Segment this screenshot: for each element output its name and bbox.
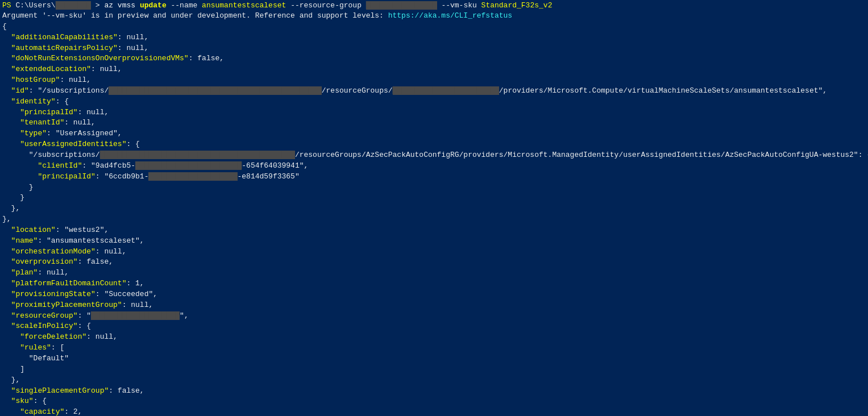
json-line-4: "extendedLocation": null, (0, 64, 868, 75)
json-line-20: "name": "ansumantestscaleset", (0, 236, 868, 247)
json-line-17: }, (0, 203, 868, 214)
json-line-26: "proximityPlacementGroup": null, (0, 300, 868, 311)
cmd-update: update (140, 1, 171, 10)
val-rg-redacted: ████████████████ (366, 1, 437, 10)
json-line-13: "clientId": "9ad4fcb5-██████████████████… (0, 161, 868, 172)
json-line-23: "plan": null, (0, 268, 868, 278)
json-line-3: "doNotRunExtensionsOnOverprovisionedVMs"… (0, 53, 868, 64)
json-line-8: "principalId": null, (0, 107, 868, 118)
flag-rg: --resource-group (290, 1, 366, 10)
json-line-14: "principalId": "6ccdb9b1-███████████████… (0, 172, 868, 182)
json-line-21: "orchestrationMode": null, (0, 247, 868, 257)
json-line-12: "/subscriptions/████████████████████████… (0, 150, 868, 161)
json-line-29: "forceDeletion": null, (0, 332, 868, 343)
flag-name: --name (171, 1, 202, 10)
cmd-az: az (104, 1, 117, 10)
json-line-34: "singlePlacementGroup": false, (0, 386, 868, 397)
json-line-2: "automaticRepairsPolicy": null, (0, 43, 868, 54)
json-line-16: } (0, 193, 868, 203)
json-line-36: "capacity": 2, (0, 407, 868, 416)
path-text: C:\Users\ (15, 1, 55, 10)
json-line-35: "sku": { (0, 396, 868, 407)
warning-line: Argument '--vm-sku' is in preview and un… (0, 11, 868, 22)
ps-label: PS (2, 1, 15, 10)
json-line-31: "Default" (0, 353, 868, 364)
json-line-7: "identity": { (0, 97, 868, 107)
json-line-6: "id": "/subscriptions/██████████████████… (0, 86, 868, 97)
json-line-22: "overprovision": false, (0, 257, 868, 268)
json-line-25: "provisioningState": "Succeeded", (0, 289, 868, 300)
flag-sku: --vm-sku (441, 1, 481, 10)
json-line-32: ] (0, 364, 868, 375)
val-name: ansumantestscaleset (202, 1, 290, 10)
json-line-18: }, (0, 214, 868, 225)
cmd-vmss: vmss (118, 1, 140, 10)
user-redacted: ████████ (56, 1, 91, 10)
prompt-arrow: > (91, 1, 104, 10)
json-line-33: }, (0, 375, 868, 386)
json-line-27: "resourceGroup": "████████████████████", (0, 311, 868, 322)
space1 (437, 1, 442, 10)
json-line-30: "rules": [ (0, 343, 868, 353)
json-line-28: "scaleInPolicy": { (0, 321, 868, 332)
url-link: https://aka.ms/CLI_refstatus (388, 11, 512, 20)
json-line-10: "type": "UserAssigned", (0, 128, 868, 139)
json-line-24: "platformFaultDomainCount": 1, (0, 278, 868, 289)
val-sku: Standard_F32s_v2 (481, 1, 553, 10)
json-open-brace: { (0, 22, 868, 32)
json-line-15: } (0, 182, 868, 193)
json-line-1: "additionalCapabilities": null, (0, 32, 868, 43)
json-line-9: "tenantId": null, (0, 118, 868, 128)
json-line-5: "hostGroup": null, (0, 75, 868, 86)
prompt-line: PS C:\Users\████████ > az vmss update --… (0, 0, 868, 11)
json-line-11: "userAssignedIdentities": { (0, 139, 868, 150)
terminal-window: PS C:\Users\████████ > az vmss update --… (0, 0, 868, 416)
json-line-19: "location": "westus2", (0, 225, 868, 236)
